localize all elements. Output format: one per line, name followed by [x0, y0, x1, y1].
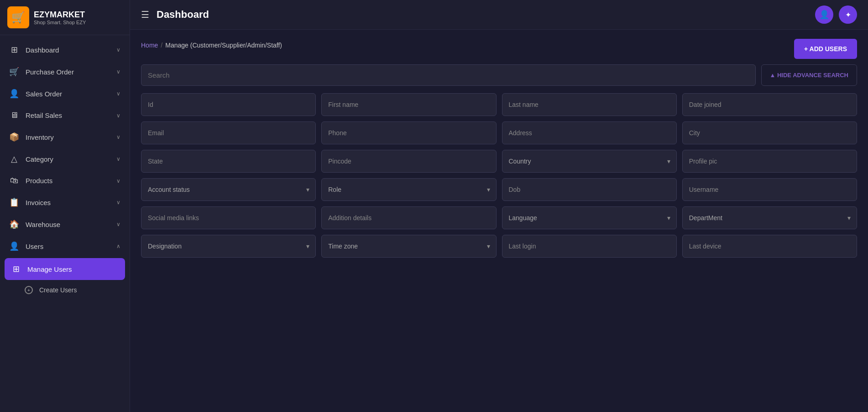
filter-address[interactable] — [502, 121, 677, 144]
sales-order-icon: 👤 — [9, 89, 19, 99]
logo-emoji: 🛒 — [11, 11, 25, 24]
hamburger-button[interactable]: ☰ — [141, 9, 149, 20]
filter-last-login[interactable] — [502, 235, 677, 258]
sidebar-item-label-create-users: Create Users — [39, 286, 77, 294]
search-input-wrap — [141, 64, 756, 86]
filter-username[interactable] — [682, 178, 857, 201]
invoices-icon: 📋 — [9, 197, 19, 207]
sidebar-item-label-users: Users — [26, 243, 43, 250]
inventory-icon: 📦 — [9, 132, 19, 142]
sidebar-item-sales-order[interactable]: 👤 Sales Order ∨ — [0, 83, 130, 105]
users-icon: 👤 — [9, 241, 19, 251]
breadcrumb-current: Manage (Customer/Supplier/Admin/Staff) — [165, 42, 282, 49]
filter-dob[interactable] — [502, 178, 677, 201]
chevron-down-icon: ∨ — [116, 47, 120, 53]
brand-logo: 🛒 EZYMARKET Shop Smart. Shop EZY — [0, 0, 130, 35]
filter-phone[interactable] — [321, 121, 496, 144]
search-row: ▲ HIDE ADVANCE SEARCH — [141, 64, 857, 86]
filter-country[interactable]: Country — [502, 150, 677, 173]
retail-sales-icon: 🖥 — [9, 111, 19, 120]
breadcrumb-separator: / — [161, 42, 162, 49]
breadcrumb-home[interactable]: Home — [141, 42, 158, 49]
filter-date-joined[interactable] — [682, 93, 857, 116]
logo-icon: 🛒 — [7, 6, 29, 28]
sidebar-item-label-category: Category — [26, 155, 53, 163]
create-users-icon: + — [25, 286, 33, 294]
manage-users-icon: ⊞ — [11, 264, 21, 274]
sidebar-item-label-dashboard: Dashboard — [26, 46, 59, 54]
sidebar-item-purchase-order[interactable]: 🛒 Purchase Order ∨ — [0, 61, 130, 83]
add-users-button[interactable]: + ADD USERS — [794, 39, 857, 59]
filter-designation[interactable]: Designation — [141, 235, 316, 258]
logo-text: EZYMARKET Shop Smart. Shop EZY — [34, 10, 86, 25]
filter-last-device[interactable] — [682, 235, 857, 258]
warehouse-icon: 🏠 — [9, 219, 19, 229]
page-title: Dashboard — [157, 9, 209, 21]
sidebar-item-invoices[interactable]: 📋 Invoices ∨ — [0, 191, 130, 213]
filter-role[interactable]: Role — [321, 178, 496, 201]
avatar-button[interactable]: 👤 — [815, 5, 833, 24]
sidebar-item-category[interactable]: △ Category ∨ — [0, 148, 130, 170]
chevron-down-icon: ∨ — [116, 134, 120, 140]
sparkle-button[interactable]: ✦ — [839, 5, 857, 24]
brand-title: EZYMARKET — [34, 10, 86, 20]
filter-country-wrap: Country — [502, 150, 677, 173]
main-content: ☰ Dashboard 👤 ✦ Home / Manage (Customer/… — [130, 0, 868, 412]
filter-id[interactable] — [141, 93, 316, 116]
filter-state[interactable] — [141, 150, 316, 173]
filter-city[interactable] — [682, 121, 857, 144]
filter-department-wrap: DepartMent — [682, 206, 857, 229]
brand-subtitle: Shop Smart. Shop EZY — [34, 20, 86, 25]
sidebar-item-create-users[interactable]: + Create Users — [0, 281, 130, 299]
chevron-down-icon: ∨ — [116, 69, 120, 75]
filter-language[interactable]: Language — [502, 206, 677, 229]
filter-account-status[interactable]: Account status — [141, 178, 316, 201]
hide-advance-search-button[interactable]: ▲ HIDE ADVANCE SEARCH — [761, 64, 858, 86]
chevron-down-icon: ∨ — [116, 178, 120, 184]
topbar: ☰ Dashboard 👤 ✦ — [130, 0, 868, 30]
sidebar-item-warehouse[interactable]: 🏠 Warehouse ∨ — [0, 213, 130, 235]
filter-first-name[interactable] — [321, 93, 496, 116]
chevron-down-icon: ∨ — [116, 199, 120, 206]
sidebar: 🛒 EZYMARKET Shop Smart. Shop EZY ⊞ Dashb… — [0, 0, 130, 412]
sidebar-item-dashboard[interactable]: ⊞ Dashboard ∨ — [0, 39, 130, 61]
filter-addition-details[interactable] — [321, 206, 496, 229]
filter-account-status-wrap: Account status — [141, 178, 316, 201]
search-input[interactable] — [148, 65, 749, 85]
category-icon: △ — [9, 154, 19, 164]
products-icon: 🛍 — [9, 176, 19, 185]
sidebar-item-label-manage-users: Manage Users — [27, 265, 72, 273]
sidebar-item-manage-users[interactable]: ⊞ Manage Users — [5, 258, 125, 280]
sidebar-item-label-products: Products — [26, 177, 52, 185]
filter-pincode[interactable] — [321, 150, 496, 173]
chevron-down-icon: ∨ — [116, 221, 120, 227]
filter-last-name[interactable] — [502, 93, 677, 116]
sidebar-item-label-inventory: Inventory — [26, 133, 54, 141]
sidebar-item-inventory[interactable]: 📦 Inventory ∨ — [0, 126, 130, 148]
dashboard-icon: ⊞ — [9, 45, 19, 55]
sidebar-item-retail-sales[interactable]: 🖥 Retail Sales ∨ — [0, 105, 130, 126]
chevron-down-icon: ∨ — [116, 112, 120, 119]
breadcrumb: Home / Manage (Customer/Supplier/Admin/S… — [141, 42, 282, 49]
page-content: Home / Manage (Customer/Supplier/Admin/S… — [130, 30, 868, 412]
chevron-down-icon: ∨ — [116, 156, 120, 162]
sidebar-item-label-purchase-order: Purchase Order — [26, 68, 74, 76]
filter-email[interactable] — [141, 121, 316, 144]
purchase-order-icon: 🛒 — [9, 67, 19, 77]
filter-timezone[interactable]: Time zone — [321, 235, 496, 258]
sidebar-item-label-warehouse: Warehouse — [26, 221, 60, 228]
filter-social-media-links[interactable] — [141, 206, 316, 229]
filter-role-wrap: Role — [321, 178, 496, 201]
chevron-up-icon: ∧ — [116, 243, 120, 249]
sidebar-item-label-invoices: Invoices — [26, 199, 51, 206]
sidebar-nav: ⊞ Dashboard ∨ 🛒 Purchase Order ∨ 👤 Sales… — [0, 35, 130, 412]
filter-designation-wrap: Designation — [141, 235, 316, 258]
filter-language-wrap: Language — [502, 206, 677, 229]
filter-department[interactable]: DepartMent — [682, 206, 857, 229]
filter-profile-pic[interactable] — [682, 150, 857, 173]
sidebar-item-users[interactable]: 👤 Users ∧ — [0, 235, 130, 257]
sidebar-item-label-sales-order: Sales Order — [26, 90, 62, 98]
filter-grid: Country Account status Role — [141, 93, 857, 258]
filter-timezone-wrap: Time zone — [321, 235, 496, 258]
sidebar-item-products[interactable]: 🛍 Products ∨ — [0, 170, 130, 191]
